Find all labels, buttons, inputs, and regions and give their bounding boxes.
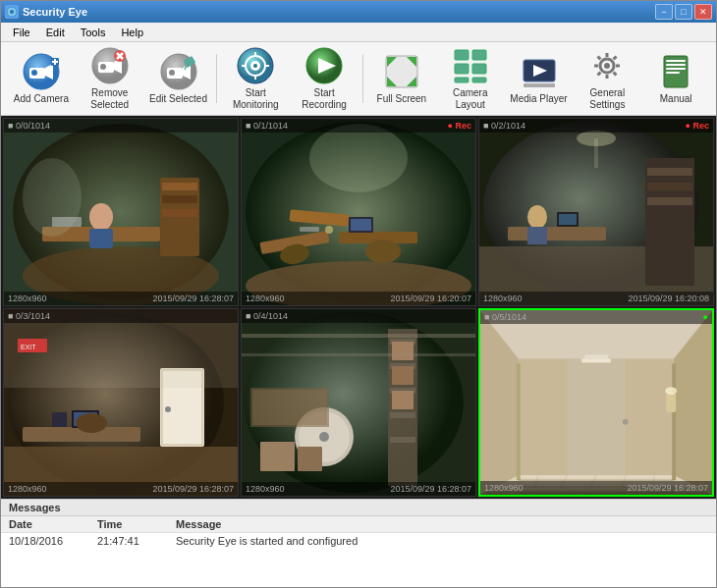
svg-rect-69 (162, 195, 197, 203)
full-screen-label: Full Screen (377, 93, 427, 105)
edit-selected-label: Edit Selected (149, 93, 207, 105)
toolbar: Add Camera Remove Selected (1, 42, 716, 116)
cam3-id-label: ■ 0/2/1014 (483, 121, 525, 131)
svg-rect-129 (298, 447, 322, 471)
window-title: Security Eye (23, 6, 87, 18)
manual-button[interactable]: Manual (643, 47, 708, 110)
edit-selected-icon (159, 52, 198, 91)
svg-rect-90 (647, 168, 692, 176)
start-recording-icon (304, 46, 344, 85)
cam6-timestamp: 2015/09/29 16:28:07 (627, 483, 708, 493)
camera-feed-3 (479, 119, 713, 305)
start-recording-label: Start Recording (295, 87, 354, 111)
add-camera-button[interactable]: Add Camera (9, 47, 74, 110)
camera-layout-icon (451, 46, 490, 85)
media-player-icon (520, 52, 559, 91)
cam1-id-label: ■ 0/0/1014 (8, 121, 50, 131)
svg-point-112 (76, 413, 107, 433)
svg-rect-66 (89, 229, 113, 248)
camera-cell-3[interactable]: ■ 0/2/1014 ● Rec 1280x960 2015/09/29 16:… (478, 118, 714, 306)
svg-rect-128 (260, 442, 295, 471)
svg-point-65 (89, 203, 113, 231)
svg-rect-95 (527, 227, 547, 244)
col-message: Message (168, 516, 716, 533)
cam5-id-label: ■ 0/4/1014 (246, 311, 288, 321)
general-settings-button[interactable]: General Settings (575, 47, 639, 110)
cam1-timestamp: 2015/09/29 16:28:07 (152, 294, 234, 303)
cam1-overlay-bottom: 1280x960 2015/09/29 16:28:07 (4, 292, 238, 305)
svg-rect-131 (242, 353, 475, 356)
add-camera-label: Add Camera (14, 93, 69, 105)
cam5-overlay-bottom: 1280x960 2015/09/29 16:28:07 (242, 482, 475, 496)
svg-rect-45 (524, 83, 555, 87)
cam3-rec: ● Rec (686, 121, 709, 131)
remove-selected-label: Remove Selected (81, 87, 139, 111)
svg-rect-41 (455, 78, 469, 82)
camera-cell-1[interactable]: ■ 0/0/1014 1280x960 2015/09/29 16:28:07 (3, 118, 239, 306)
svg-rect-38 (472, 50, 486, 60)
svg-rect-140 (517, 363, 521, 480)
camera-layout-button[interactable]: Camera Layout (438, 47, 503, 110)
svg-rect-120 (390, 412, 415, 418)
svg-point-1 (10, 10, 14, 14)
cam5-timestamp: 2015/09/29 16:28:07 (390, 484, 471, 494)
full-screen-icon (382, 52, 421, 91)
col-date: Date (1, 516, 89, 533)
svg-rect-121 (390, 437, 415, 443)
camera-feed-6 (480, 310, 712, 495)
svg-rect-37 (455, 50, 469, 60)
start-monitoring-button[interactable]: Start Monitoring (223, 47, 288, 110)
svg-rect-91 (647, 183, 692, 190)
table-row: 10/18/2016 21:47:41 Security Eye is star… (1, 533, 716, 550)
svg-point-80 (365, 240, 401, 263)
messages-table: Date Time Message 10/18/2016 21:47:41 Se… (1, 516, 716, 587)
svg-line-54 (598, 73, 601, 76)
camera-feed-5 (242, 309, 475, 496)
camera-cell-2[interactable]: ■ 0/1/1014 ● Rec 1280x960 2015/09/29 16:… (241, 118, 476, 306)
menu-tools[interactable]: Tools (73, 25, 114, 40)
col-time: Time (89, 516, 168, 533)
full-screen-button[interactable]: Full Screen (369, 47, 434, 110)
svg-point-25 (253, 64, 257, 68)
cam6-rec: ● (703, 312, 708, 322)
svg-rect-89 (645, 158, 694, 286)
cam4-overlay-bottom: 1280x960 2015/09/29 16:28:07 (4, 482, 238, 496)
start-recording-button[interactable]: Start Recording (292, 47, 357, 110)
media-player-label: Media Player (510, 93, 567, 105)
cam5-res: 1280x960 (246, 484, 285, 494)
svg-line-55 (614, 57, 617, 60)
camera-layout-label: Camera Layout (441, 87, 500, 111)
media-player-button[interactable]: Media Player (507, 47, 572, 110)
menu-edit[interactable]: Edit (38, 25, 73, 40)
camera-feed-1 (4, 119, 238, 305)
camera-cell-5[interactable]: ■ 0/4/1014 1280x960 2015/09/29 16:28:07 (241, 308, 476, 497)
svg-point-154 (665, 387, 677, 395)
svg-rect-130 (242, 334, 475, 338)
maximize-button[interactable]: □ (675, 4, 692, 20)
svg-point-81 (309, 124, 408, 192)
cam2-id-label: ■ 0/1/1014 (246, 121, 288, 131)
menu-file[interactable]: File (5, 25, 38, 40)
title-bar-left: Security Eye (5, 5, 87, 19)
cam6-id-label: ■ 0/5/1014 (484, 312, 526, 322)
cam2-res: 1280x960 (246, 294, 285, 303)
app-icon (5, 5, 19, 19)
camera-cell-6[interactable]: ■ 0/5/1014 ● 1280x960 2015/09/29 16:28:0… (478, 308, 714, 497)
menu-help[interactable]: Help (113, 25, 151, 40)
svg-rect-40 (472, 64, 486, 74)
edit-selected-button[interactable]: Edit Selected (146, 47, 211, 110)
close-button[interactable]: ✕ (694, 4, 712, 20)
svg-point-150 (623, 419, 629, 425)
remove-selected-icon (90, 46, 130, 85)
camera-cell-4[interactable]: EXIT ■ 0/3/1014 (3, 308, 239, 497)
separator-2 (362, 54, 363, 103)
cam2-overlay-top: ■ 0/1/1014 ● Rec (242, 119, 475, 133)
svg-line-52 (598, 57, 601, 60)
remove-selected-button[interactable]: Remove Selected (78, 47, 142, 110)
svg-rect-60 (666, 72, 680, 74)
svg-rect-93 (508, 227, 606, 241)
svg-rect-42 (472, 78, 486, 82)
cam4-id-label: ■ 0/3/1014 (8, 311, 50, 321)
minimize-button[interactable]: − (655, 4, 673, 20)
cam3-timestamp: 2015/09/29 16:20:08 (628, 294, 709, 303)
